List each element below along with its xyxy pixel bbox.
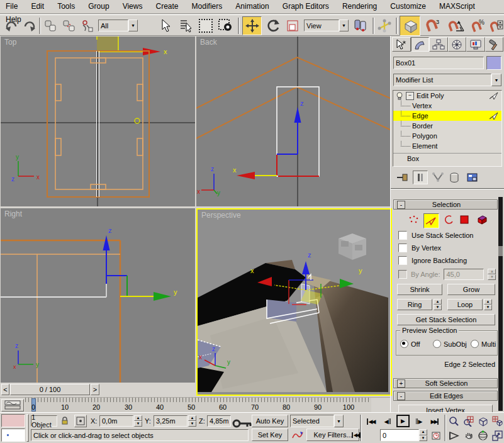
percent-snap-icon[interactable]: % (469, 17, 489, 35)
by-angle-spinner[interactable]: ▲▼ (488, 269, 496, 280)
object-name-field[interactable] (393, 57, 484, 69)
menu-file[interactable]: File (0, 0, 23, 13)
current-frame-field[interactable] (380, 429, 419, 441)
frame-spinner[interactable]: ▲▼ (419, 429, 427, 441)
arc-rotate-icon[interactable] (476, 429, 490, 442)
scale-icon[interactable] (284, 17, 301, 35)
move-icon[interactable] (242, 16, 262, 35)
next-frame-icon[interactable]: ▶ (412, 415, 426, 427)
insert-vertex-button[interactable]: Insert Vertex (398, 405, 493, 412)
redo-icon[interactable] (21, 18, 36, 34)
tab-motion[interactable] (448, 37, 467, 52)
collapse-minus-icon[interactable]: - (397, 201, 405, 209)
viewport-top[interactable]: Top x y x z (1, 36, 195, 206)
track-bar-ruler[interactable]: 0 10 20 30 40 50 60 70 80 90 100 (25, 398, 371, 413)
pin-stack-icon[interactable] (396, 172, 409, 182)
modifier-list-dropdown[interactable]: Modifier List (393, 74, 491, 86)
viewport-perspective[interactable]: Perspective (196, 208, 392, 396)
spinner-snap-icon[interactable] (490, 17, 504, 35)
soft-selection-rollout-header[interactable]: + Soft Selection (393, 378, 498, 388)
preview-multi-option[interactable]: Multi (471, 340, 496, 348)
stack-row-vertex[interactable]: Vertex (393, 101, 501, 111)
menu-animation[interactable]: Animation (230, 0, 274, 13)
by-vertex-checkbox[interactable] (398, 244, 407, 252)
menu-tools[interactable]: Tools (52, 0, 81, 13)
border-icon[interactable] (442, 213, 456, 226)
get-stack-selection-button[interactable]: Get Stack Selection (397, 314, 495, 325)
y-spinner[interactable]: ▲▼ (188, 415, 196, 427)
collapse-box-icon[interactable]: − (406, 92, 414, 100)
key-filter-dropdown[interactable]: Selected (290, 415, 334, 427)
tab-utilities[interactable] (485, 37, 504, 52)
time-config-icon[interactable] (430, 429, 442, 441)
edge-icon[interactable] (423, 213, 439, 228)
configure-modifier-sets-icon[interactable] (467, 172, 479, 183)
mini-curve-editor-icon[interactable] (1, 399, 24, 412)
zoom-icon[interactable] (447, 415, 461, 428)
edit-edges-rollout-header[interactable]: - Edit Edges (393, 391, 498, 401)
shrink-button[interactable]: Shrink (397, 284, 442, 295)
absolute-mode-icon[interactable] (74, 415, 87, 427)
fov-icon[interactable] (447, 429, 461, 442)
ignore-backfacing-row[interactable]: Ignore Backfacing (398, 256, 467, 265)
set-key-filters-curve-icon[interactable] (290, 429, 305, 441)
grow-button[interactable]: Grow (447, 284, 495, 295)
viewport-right[interactable]: Right z y z y x (1, 208, 195, 383)
go-to-start-icon[interactable]: ◀◀ (364, 415, 378, 427)
preview-subobj-radio[interactable] (433, 340, 441, 348)
by-angle-checkbox[interactable] (398, 270, 407, 279)
min-max-toggle-icon[interactable] (491, 429, 504, 442)
snaps-toggle-icon[interactable] (400, 16, 420, 36)
prev-frame-icon[interactable]: ◀ (381, 415, 395, 427)
time-slider-next-button[interactable]: > (91, 384, 99, 395)
preview-subobj-option[interactable]: SubObj (433, 340, 467, 348)
x-spinner[interactable]: ▲▼ (134, 415, 142, 427)
rollout-scrollbar[interactable] (498, 197, 503, 411)
collapse-minus-icon[interactable]: - (397, 392, 405, 400)
selection-rollout-header[interactable]: - Selection (393, 199, 498, 210)
polygon-icon[interactable] (458, 213, 471, 226)
menu-rendering[interactable]: Rendering (337, 0, 383, 13)
ring-button[interactable]: Ring (397, 299, 432, 310)
zoom-extents-icon[interactable] (476, 415, 490, 428)
z-coord-field[interactable] (207, 415, 231, 427)
rect-region-icon[interactable] (197, 17, 215, 35)
viewport-back[interactable]: Back z x z x y (196, 36, 390, 206)
tab-create[interactable] (392, 37, 411, 52)
selection-filter-arrow-icon[interactable]: ▼ (128, 20, 138, 31)
menu-customize[interactable]: Customize (384, 0, 432, 13)
x-coord-field[interactable] (99, 415, 133, 427)
menu-views[interactable]: Views (117, 0, 148, 13)
loop-spinner[interactable]: ▲▼ (484, 299, 492, 310)
preview-off-radio[interactable] (400, 340, 408, 348)
pan-icon[interactable] (462, 429, 475, 442)
selection-lock-icon[interactable] (60, 415, 70, 427)
stack-row-border[interactable]: Border (393, 121, 501, 131)
coord-system-arrow-icon[interactable]: ▼ (339, 20, 349, 31)
selection-filter-dropdown[interactable]: All (98, 20, 128, 31)
angle-snap-icon[interactable] (445, 17, 467, 35)
preview-off-option[interactable]: Off (400, 340, 420, 348)
element-icon[interactable] (474, 213, 489, 226)
angle-snap-3d-icon[interactable]: 3 (422, 17, 443, 35)
manipulate-icon[interactable] (376, 17, 393, 35)
select-arrow-icon[interactable] (157, 17, 173, 35)
preview-multi-radio[interactable] (471, 340, 479, 348)
ring-spinner[interactable]: ▲▼ (434, 299, 442, 310)
unlink-icon[interactable] (60, 18, 77, 34)
coord-system-dropdown[interactable]: View (304, 20, 339, 31)
show-end-result-icon[interactable] (413, 171, 428, 184)
use-stack-selection-checkbox[interactable] (398, 231, 407, 240)
set-key-button[interactable]: Set Key (252, 429, 288, 441)
ignore-backfacing-checkbox[interactable] (398, 256, 407, 265)
menu-edit[interactable]: Edit (25, 0, 50, 13)
stack-row-box[interactable]: Box (393, 153, 501, 164)
zoom-extents-all-icon[interactable] (491, 415, 504, 428)
by-vertex-row[interactable]: By Vertex (398, 244, 441, 252)
menu-group[interactable]: Group (82, 0, 115, 13)
play-icon[interactable]: ▶ (396, 415, 410, 427)
vertex-icon[interactable] (407, 213, 420, 226)
stack-row-edit-poly[interactable]: − Edit Poly (393, 91, 501, 101)
object-color-swatch[interactable] (486, 56, 501, 70)
zoom-all-icon[interactable] (462, 415, 475, 428)
